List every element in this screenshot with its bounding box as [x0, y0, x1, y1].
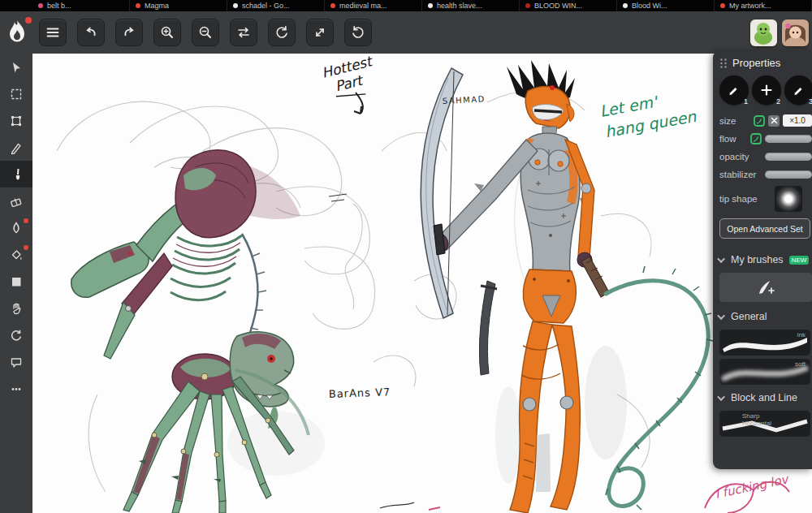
stabilizer-row: stabilizer: [719, 166, 812, 183]
zoom-out-button[interactable]: [192, 19, 219, 46]
block-and-line-section-header[interactable]: Block and Line: [719, 388, 812, 407]
smudge-tool-button[interactable]: [0, 214, 32, 241]
pressure-toggle-icon[interactable]: [750, 133, 762, 144]
eraser-tool-button[interactable]: [0, 188, 32, 214]
tab-title: health slave...: [437, 2, 482, 10]
brush-name: Sharp Horizontal: [742, 412, 788, 427]
marquee-icon: [9, 87, 24, 101]
size-value-field[interactable]: ×1.0: [783, 114, 812, 127]
brush-name: soft: [795, 360, 806, 368]
brush-name: ink: [797, 331, 806, 338]
svg-text:SAHMAD: SAHMAD: [443, 94, 486, 106]
redo-icon: [121, 24, 137, 41]
tip-shape-preview[interactable]: [775, 186, 802, 212]
tab-favicon-icon: [330, 3, 335, 8]
flow-row: flow: [719, 130, 812, 147]
grid-handle-icon[interactable]: [719, 58, 728, 69]
open-advanced-settings-button[interactable]: Open Advanced Set: [719, 218, 810, 239]
tab-favicon-icon: [38, 3, 43, 8]
general-section-header[interactable]: General: [719, 307, 812, 326]
user-avatar[interactable]: [782, 19, 809, 46]
transform-tool-button[interactable]: [0, 107, 32, 134]
browser-tab[interactable]: belt b...: [32, 0, 130, 11]
fill-tool-button[interactable]: [0, 241, 32, 268]
ink-brush-item[interactable]: ink: [719, 330, 810, 356]
brush-tool-button[interactable]: [0, 161, 32, 188]
zoom-out-icon: [197, 24, 214, 41]
browser-tab[interactable]: BLOOD WIN...: [520, 0, 617, 11]
rotate-canvas-button[interactable]: [268, 19, 296, 46]
diagonal-resize-icon: [312, 24, 328, 41]
browser-tab[interactable]: medieval ma...: [325, 0, 422, 11]
reset-rotation-icon: [9, 328, 24, 343]
annotation-pink-note: I fucking lov: [380, 472, 791, 513]
browser-tab-bar: belt b... Magma schadel - Go... medieval…: [0, 0, 812, 11]
browser-tab[interactable]: health slave...: [422, 0, 520, 11]
flip-swap-button[interactable]: [230, 19, 257, 46]
opacity-slider[interactable]: [765, 153, 812, 161]
menu-button[interactable]: [39, 19, 67, 46]
properties-panel: Properties 1 2 3 size ×1.0: [713, 50, 812, 469]
flow-slider[interactable]: [765, 135, 812, 143]
pen-tool-button[interactable]: [0, 134, 32, 161]
tab-favicon-icon: [233, 3, 238, 8]
brush-slot-1[interactable]: 1: [719, 75, 749, 105]
tab-title: medieval ma...: [339, 2, 387, 10]
browser-tab[interactable]: schadel - Go...: [227, 0, 325, 11]
brush-slot-2[interactable]: 2: [752, 75, 781, 105]
size-label: size: [719, 116, 736, 126]
notification-dot: [25, 17, 32, 24]
square-shape-icon: [9, 274, 24, 289]
shape-tool-button[interactable]: [0, 268, 32, 295]
opacity-row: opacity: [719, 148, 812, 165]
slot-number: 2: [776, 97, 780, 106]
magma-app-window: belt b... Magma schadel - Go... medieval…: [0, 0, 812, 513]
ellipsis-icon: [9, 382, 24, 396]
notification-dot: [24, 245, 28, 250]
zoom-in-button[interactable]: [153, 19, 181, 46]
tab-favicon-icon: [136, 3, 140, 8]
fullscreen-resize-button[interactable]: [306, 19, 334, 46]
comments-tool-button[interactable]: [0, 348, 32, 375]
clear-size-button[interactable]: [768, 115, 780, 127]
tool-rail: [0, 54, 32, 513]
more-tools-button[interactable]: [0, 375, 32, 402]
stabilizer-slider[interactable]: [765, 170, 812, 179]
soft-brush-item[interactable]: soft: [719, 359, 810, 385]
add-brush-row[interactable]: [719, 273, 812, 302]
magma-flame-logo-icon[interactable]: [6, 19, 31, 46]
tab-title: Blood Wi...: [632, 2, 667, 10]
my-brushes-label: My brushes: [731, 254, 784, 265]
panel-title: Properties: [732, 57, 780, 69]
select-tool-button[interactable]: [0, 80, 32, 107]
browser-tab[interactable]: My artwork...: [715, 0, 812, 11]
tab-title: schadel - Go...: [242, 2, 290, 10]
annotation-signature: SAHMAD: [329, 94, 486, 201]
brush-icon: [9, 167, 24, 182]
browser-tab[interactable]: Magma: [130, 0, 227, 11]
app-toolbar: [0, 11, 812, 54]
flow-label: flow: [719, 134, 736, 144]
reload-button[interactable]: [344, 19, 372, 46]
slot-number: 1: [744, 97, 748, 106]
move-tool-button[interactable]: [0, 54, 32, 80]
tab-favicon-icon: [428, 3, 433, 8]
brush-slot-3[interactable]: 3: [784, 75, 812, 105]
tab-title: BLOOD WIN...: [534, 2, 582, 10]
reset-rotation-button[interactable]: [0, 321, 32, 348]
tab-title: My artwork...: [729, 2, 771, 10]
slot-number: 3: [809, 97, 812, 106]
sharp-horizontal-brush-item[interactable]: Sharp Horizontal: [719, 411, 810, 437]
browser-tab[interactable]: Blood Wi...: [617, 0, 715, 11]
drawing-canvas[interactable]: Hottest Part SAHMAD Let em' hang queen B…: [32, 54, 812, 513]
hand-tool-button[interactable]: [0, 295, 32, 321]
chevron-down-icon: [717, 255, 725, 263]
redo-button[interactable]: [115, 19, 143, 46]
swap-arrows-icon: [235, 24, 252, 41]
annotation-artist-tag: BarAns V7: [329, 386, 391, 400]
undo-button[interactable]: [77, 19, 105, 46]
my-brushes-section-header[interactable]: My brushes NEW: [719, 250, 812, 269]
collaborator-avatar[interactable]: [750, 19, 777, 46]
brush-slots: 1 2 3: [719, 75, 812, 105]
pressure-toggle-icon[interactable]: [754, 115, 765, 127]
